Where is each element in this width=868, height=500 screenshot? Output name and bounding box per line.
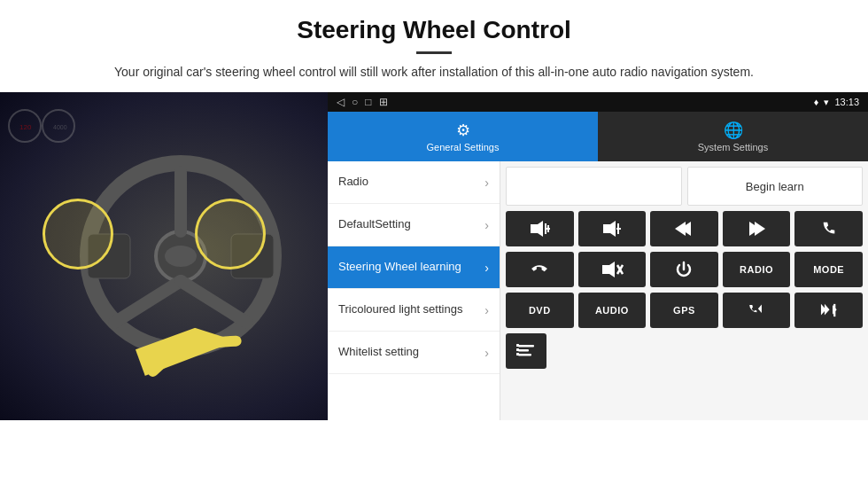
menu-tricoloured-label: Tricoloured light settings	[338, 302, 462, 317]
car-image-section: 120 4000	[0, 92, 328, 420]
svg-line-3	[114, 281, 181, 323]
time-display: 13:13	[834, 97, 859, 107]
controls-row-4	[506, 333, 863, 369]
audio-button[interactable]: AUDIO	[578, 293, 647, 328]
phone-answer-button[interactable]	[794, 211, 863, 246]
svg-marker-23	[755, 222, 765, 236]
vol-up-button[interactable]	[506, 211, 574, 246]
gps-icon: ♦	[814, 97, 819, 107]
car-background: 120 4000	[0, 92, 328, 420]
status-bar: ◁ ○ □ ⊞ ♦ ▾ 13:13	[328, 92, 868, 112]
svg-marker-21	[675, 222, 686, 236]
mode-button[interactable]: MODE	[794, 252, 863, 287]
svg-point-7	[165, 246, 197, 267]
begin-learn-button[interactable]: Begin learn	[687, 167, 864, 206]
svg-rect-37	[516, 353, 519, 355]
controls-row-1	[506, 211, 863, 246]
title-divider	[416, 51, 452, 54]
svg-rect-34	[518, 354, 531, 356]
menu-whitelist-chevron: ›	[484, 346, 489, 360]
highlight-right	[195, 199, 266, 270]
tab-general[interactable]: ⚙ General Settings	[328, 112, 598, 161]
list-button[interactable]	[506, 333, 546, 369]
page-description: Your original car's steering wheel contr…	[53, 63, 815, 82]
svg-rect-32	[518, 345, 534, 348]
controls-row-2: RADIO MODE	[506, 252, 863, 287]
controls-top-row: Begin learn	[506, 167, 863, 206]
phone-hang-button[interactable]	[506, 252, 574, 287]
svg-text:120: 120	[19, 123, 32, 131]
svg-marker-17	[603, 221, 616, 237]
menu-item-steering[interactable]: Steering Wheel learning ›	[328, 246, 500, 289]
menu-item-tricoloured[interactable]: Tricoloured light settings ›	[328, 289, 500, 332]
menu-radio-chevron: ›	[484, 176, 489, 190]
radio-button[interactable]: RADIO	[723, 252, 791, 287]
prev-track-button[interactable]	[650, 211, 718, 246]
menu-radio-label: Radio	[338, 175, 368, 190]
menu-default-label: DefaultSetting	[338, 217, 411, 232]
menu-item-whitelist[interactable]: Whitelist setting ›	[328, 332, 500, 374]
menu-list: Radio › DefaultSetting › Steering Wheel …	[328, 161, 500, 420]
empty-input-box	[506, 167, 682, 206]
dashboard-hint: 120 4000	[7, 99, 78, 147]
menu-item-radio[interactable]: Radio ›	[328, 161, 500, 204]
svg-rect-35	[516, 344, 519, 347]
menu-steering-chevron: ›	[484, 261, 489, 275]
svg-marker-24	[602, 262, 615, 277]
controls-panel: Begin learn	[500, 161, 868, 420]
menu-steering-label: Steering Wheel learning	[338, 260, 461, 275]
gps-button[interactable]: GPS	[650, 293, 718, 328]
svg-text:4000: 4000	[53, 124, 67, 130]
recents-icon[interactable]: □	[365, 96, 371, 108]
phone-prev-button[interactable]	[723, 293, 791, 328]
svg-marker-13	[531, 221, 543, 237]
menu-default-chevron: ›	[484, 218, 489, 232]
controls-row-3: DVD AUDIO GPS	[506, 293, 863, 328]
wifi-icon: ▾	[824, 97, 829, 108]
menu-tricoloured-chevron: ›	[484, 303, 489, 317]
vol-down-button[interactable]	[578, 211, 647, 246]
svg-marker-29	[825, 304, 830, 316]
screen-main: Radio › DefaultSetting › Steering Wheel …	[328, 161, 868, 420]
home-icon[interactable]: ○	[352, 96, 358, 108]
general-settings-icon: ⚙	[456, 121, 470, 140]
skip-button[interactable]	[794, 293, 863, 328]
status-indicators: ♦ ▾ 13:13	[814, 97, 859, 108]
back-icon[interactable]: ◁	[337, 96, 345, 108]
tab-bar: ⚙ General Settings 🌐 System Settings	[328, 112, 868, 161]
svg-marker-27	[758, 305, 762, 313]
system-settings-icon: 🌐	[724, 121, 743, 140]
page-header: Steering Wheel Control Your original car…	[0, 0, 868, 92]
content-area: 120 4000 ◁ ○ □ ⊞ ♦ ▾ 13:13 ⚙	[0, 92, 868, 420]
highlight-left	[43, 199, 113, 270]
next-track-button[interactable]	[723, 211, 791, 246]
tab-system[interactable]: 🌐 System Settings	[598, 112, 868, 161]
power-button[interactable]	[650, 252, 718, 287]
svg-rect-36	[516, 348, 519, 351]
menu-icon[interactable]: ⊞	[379, 96, 388, 108]
tab-general-label: General Settings	[427, 142, 500, 152]
svg-rect-33	[518, 349, 529, 352]
page-title: Steering Wheel Control	[53, 16, 815, 44]
android-screen: ◁ ○ □ ⊞ ♦ ▾ 13:13 ⚙ General Settings 🌐 S…	[328, 92, 868, 420]
menu-item-default[interactable]: DefaultSetting ›	[328, 204, 500, 246]
tab-system-label: System Settings	[698, 142, 768, 152]
nav-buttons: ◁ ○ □ ⊞	[337, 96, 388, 108]
dvd-button[interactable]: DVD	[506, 293, 574, 328]
mute-button[interactable]	[578, 252, 647, 287]
menu-whitelist-label: Whitelist setting	[338, 345, 419, 360]
